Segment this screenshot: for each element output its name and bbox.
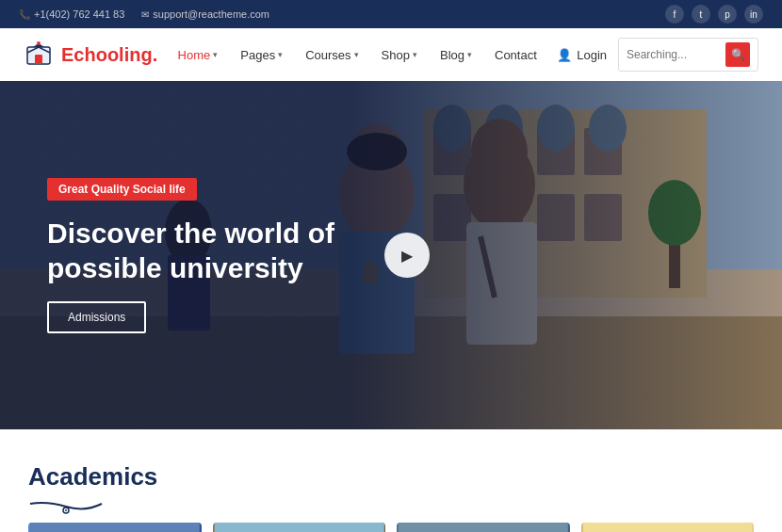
card-scene-3	[397, 523, 570, 532]
logo[interactable]: Echooling.	[24, 40, 157, 70]
play-icon: ▶	[401, 247, 413, 265]
svg-point-36	[65, 509, 67, 511]
hero-content: Great Quality Social life Discover the w…	[0, 81, 431, 429]
svg-rect-85	[582, 523, 752, 532]
academics-card-1[interactable]	[28, 523, 202, 532]
search-button[interactable]: 🔍	[725, 42, 750, 67]
academics-card-2[interactable]	[213, 523, 386, 532]
hero-section: Great Quality Social life Discover the w…	[0, 81, 782, 429]
academics-card-3[interactable]	[397, 523, 570, 532]
hero-badge: Great Quality Social life	[47, 178, 197, 201]
nav-pages[interactable]: Pages ▾	[231, 42, 292, 68]
chevron-down-icon: ▾	[354, 50, 359, 59]
academics-card-4[interactable]	[581, 523, 755, 532]
email-address: support@reactheme.com	[153, 8, 269, 20]
header: Echooling. Home ▾ Pages ▾ Courses ▾ Shop…	[0, 28, 782, 81]
admissions-button[interactable]: Admissions	[47, 301, 146, 333]
card-scene-2	[213, 523, 386, 532]
card-scene-1	[28, 523, 202, 532]
nav-blog[interactable]: Blog ▾	[431, 42, 481, 68]
svg-rect-1	[35, 55, 42, 64]
search-box: 🔍	[618, 38, 758, 72]
phone-number: +1(402) 762 441 83	[34, 8, 124, 20]
play-button[interactable]: ▶	[384, 233, 430, 278]
search-icon: 🔍	[731, 48, 745, 61]
hero-title: Discover the world of possible universit…	[47, 216, 383, 286]
chevron-down-icon: ▾	[467, 50, 472, 59]
user-icon: 👤	[557, 48, 572, 62]
academics-title: Academics	[28, 462, 754, 492]
topbar-left: 📞 +1(402) 762 441 83 ✉ support@reactheme…	[19, 8, 269, 20]
svg-rect-63	[399, 523, 568, 532]
social-twitter[interactable]: t	[692, 5, 710, 24]
nav-courses[interactable]: Courses ▾	[296, 42, 367, 68]
academics-section: Academics	[0, 429, 782, 532]
social-pinterest[interactable]: p	[718, 5, 737, 24]
svg-rect-50	[214, 523, 383, 532]
main-nav: Home ▾ Pages ▾ Courses ▾ Shop ▾ Blog ▾ C…	[169, 42, 546, 68]
nav-shop[interactable]: Shop ▾	[372, 42, 427, 68]
chevron-down-icon: ▾	[413, 50, 417, 59]
search-input[interactable]	[627, 48, 721, 61]
card-scene-4	[581, 523, 755, 532]
phone-info: 📞 +1(402) 762 441 83	[19, 8, 124, 20]
email-info: ✉ support@reactheme.com	[141, 8, 269, 20]
topbar: 📞 +1(402) 762 441 83 ✉ support@reactheme…	[0, 0, 782, 28]
nav-home[interactable]: Home ▾	[169, 42, 228, 68]
svg-point-2	[37, 41, 41, 45]
email-icon: ✉	[141, 9, 149, 20]
header-right: 👤 Login 🔍	[557, 38, 758, 72]
topbar-social-links: f t p in	[665, 5, 763, 24]
svg-rect-48	[30, 523, 200, 532]
nav-contact[interactable]: Contact	[485, 42, 546, 68]
phone-icon: 📞	[19, 9, 30, 20]
academics-underline	[28, 499, 85, 502]
chevron-down-icon: ▾	[213, 50, 218, 59]
logo-icon	[24, 40, 54, 70]
decorative-underline	[28, 499, 104, 518]
login-button[interactable]: 👤 Login	[557, 48, 607, 62]
social-facebook[interactable]: f	[665, 5, 684, 24]
chevron-down-icon: ▾	[278, 50, 283, 59]
social-linkedin[interactable]: in	[744, 5, 763, 24]
academics-grid	[28, 523, 754, 532]
logo-text: Echooling.	[61, 44, 157, 66]
